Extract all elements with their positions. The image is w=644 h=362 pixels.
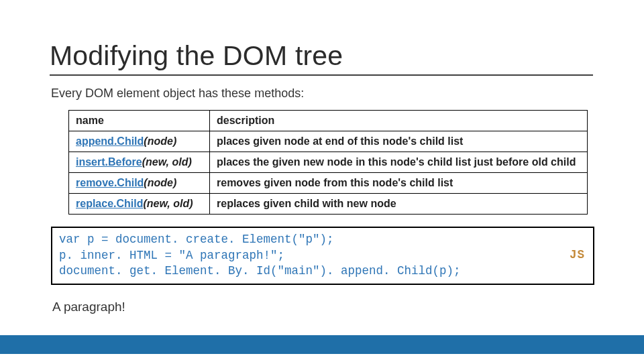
method-link[interactable]: append.Child (76, 135, 144, 147)
footer-bar (0, 335, 644, 354)
table-row: remove.Child(node) removes given node fr… (69, 173, 588, 194)
table-header-row: name description (69, 111, 588, 131)
method-desc: places given node at end of this node's … (210, 131, 588, 152)
method-desc: replaces given child with new node (210, 194, 588, 215)
js-badge: JS (570, 248, 585, 264)
output-text: A paragraph! (52, 300, 594, 314)
th-name: name (69, 111, 210, 131)
method-cell: append.Child(node) (69, 131, 210, 152)
intro-text: Every DOM element object has these metho… (51, 86, 594, 101)
method-desc: removes given node from this node's chil… (210, 173, 588, 194)
method-params: (new, old) (142, 156, 192, 168)
method-params: (node) (144, 135, 176, 147)
methods-table: name description append.Child(node) plac… (68, 110, 588, 215)
method-params: (new, old) (143, 198, 193, 209)
code-block: var p = document. create. Element("p"); … (51, 227, 594, 285)
method-link[interactable]: replace.Child (76, 198, 143, 209)
slide: Modifying the DOM tree Every DOM element… (0, 0, 644, 362)
th-description: description (210, 111, 588, 131)
code-line-2: p. inner. HTML = "A paragraph!"; (59, 249, 284, 262)
table-row: insert.Before(new, old) places the given… (69, 152, 588, 173)
slide-title: Modifying the DOM tree (50, 40, 594, 72)
method-params: (node) (144, 177, 176, 188)
method-cell: insert.Before(new, old) (69, 152, 210, 173)
method-link[interactable]: remove.Child (76, 177, 144, 188)
method-cell: replace.Child(new, old) (69, 194, 210, 215)
table-row: append.Child(node) places given node at … (69, 131, 588, 152)
title-underline (50, 74, 593, 76)
table-row: replace.Child(new, old) replaces given c… (69, 194, 588, 215)
method-desc: places the given new node in this node's… (210, 152, 588, 173)
method-link[interactable]: insert.Before (76, 156, 142, 168)
code-line-3: document. get. Element. By. Id("main"). … (59, 264, 461, 278)
code-line-1: var p = document. create. Element("p"); (59, 233, 334, 246)
method-cell: remove.Child(node) (69, 173, 210, 194)
